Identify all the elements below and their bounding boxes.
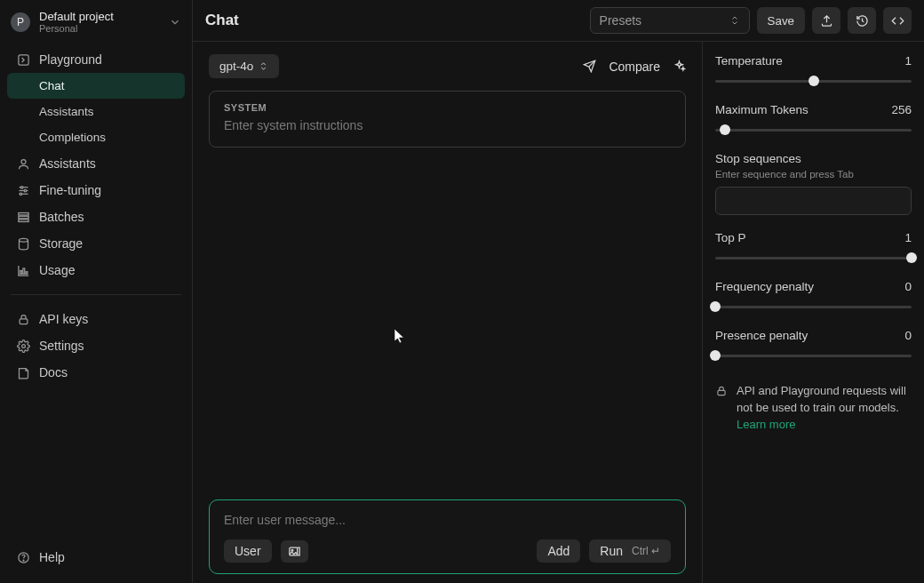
playground-icon <box>16 53 30 67</box>
svg-rect-15 <box>20 319 28 324</box>
role-label: User <box>235 544 261 558</box>
setting-frequency-penalty: Frequency penalty0 <box>715 280 912 313</box>
model-name: gpt-4o <box>219 60 253 73</box>
sidebar-item-settings[interactable]: Settings <box>7 332 185 359</box>
stop-hint: Enter sequence and press Tab <box>715 169 912 180</box>
svg-point-18 <box>23 560 24 561</box>
compare-link[interactable]: Compare <box>609 60 660 74</box>
setting-value: 0 <box>904 329 912 342</box>
run-label: Run <box>600 544 623 558</box>
setting-max-tokens: Maximum Tokens256 <box>715 103 912 136</box>
setting-label: Temperature <box>715 54 783 68</box>
attachment-button[interactable] <box>281 540 308 563</box>
lock-icon <box>16 313 30 326</box>
learn-more-link[interactable]: Learn more <box>737 418 795 431</box>
sparkle-icon[interactable] <box>673 60 686 73</box>
sidebar-label: Usage <box>39 263 75 277</box>
presets-select[interactable]: Presets <box>590 7 750 34</box>
sidebar-label: Chat <box>39 79 65 92</box>
sidebar-item-storage[interactable]: Storage <box>7 230 185 257</box>
chevron-down-icon <box>169 16 181 28</box>
project-switcher[interactable]: P Default project Personal <box>0 5 192 43</box>
history-button[interactable] <box>848 7 876 34</box>
setting-label: Stop sequences <box>715 152 801 165</box>
sidebar-label: Assistants <box>39 156 96 171</box>
save-button[interactable]: Save <box>757 7 805 34</box>
role-selector[interactable]: User <box>224 539 272 563</box>
setting-label: Frequency penalty <box>715 280 814 293</box>
sidebar-label: Playground <box>39 52 102 67</box>
sidebar-label: Assistants <box>39 105 94 118</box>
settings-panel: Temperature1 Maximum Tokens256 Stop sequ… <box>702 42 924 583</box>
sidebar-label: Docs <box>39 365 68 379</box>
top-p-slider[interactable] <box>715 252 912 264</box>
stop-sequences-input[interactable] <box>715 187 912 215</box>
code-button[interactable] <box>883 7 912 34</box>
setting-stop-sequences: Stop sequences Enter sequence and press … <box>715 152 912 215</box>
chat-area: gpt-4o Compare SYSTEM Enter system instr… <box>193 42 702 583</box>
sidebar-item-chat[interactable]: Chat <box>7 73 185 99</box>
setting-value: 1 <box>904 54 912 68</box>
run-shortcut: Ctrl ↵ <box>632 545 660 557</box>
setting-temperature: Temperature1 <box>715 54 912 87</box>
frequency-penalty-slider[interactable] <box>715 300 912 313</box>
svg-rect-21 <box>718 390 725 395</box>
sidebar-item-assistants-sub[interactable]: Assistants <box>7 99 185 124</box>
sidebar-item-assistants[interactable]: Assistants <box>7 150 185 177</box>
svg-rect-12 <box>20 270 21 274</box>
storage-icon <box>16 237 30 251</box>
sidebar-item-batches[interactable]: Batches <box>7 204 185 230</box>
svg-rect-9 <box>18 216 28 219</box>
svg-point-1 <box>21 159 26 164</box>
sidebar-item-api-keys[interactable]: API keys <box>7 306 185 332</box>
setting-value: 1 <box>904 231 912 244</box>
project-subtitle: Personal <box>39 23 114 34</box>
gear-icon <box>16 339 30 353</box>
run-button[interactable]: Run Ctrl ↵ <box>589 539 671 563</box>
add-label: Add <box>547 544 570 558</box>
sidebar-item-completions[interactable]: Completions <box>7 124 185 150</box>
help-icon <box>16 551 30 564</box>
max-tokens-slider[interactable] <box>715 124 912 136</box>
sidebar-item-docs[interactable]: Docs <box>7 359 185 386</box>
add-button[interactable]: Add <box>537 539 580 563</box>
composer-placeholder: Enter user message... <box>224 513 671 527</box>
svg-point-5 <box>20 186 23 188</box>
presets-placeholder: Presets <box>600 13 641 28</box>
setting-top-p: Top P1 <box>715 231 912 264</box>
topbar: Chat Presets Save <box>193 0 924 41</box>
setting-value: 256 <box>891 103 912 116</box>
svg-rect-13 <box>22 268 24 274</box>
sidebar-item-usage[interactable]: Usage <box>7 257 185 284</box>
svg-point-11 <box>19 238 28 242</box>
attachment-icon <box>288 545 301 558</box>
setting-label: Presence penalty <box>715 329 808 342</box>
svg-point-7 <box>20 193 22 196</box>
page-title: Chat <box>205 12 239 29</box>
model-selector[interactable]: gpt-4o <box>209 54 279 78</box>
divider <box>11 294 181 295</box>
training-notice: API and Playground requests will not be … <box>715 383 912 434</box>
mouse-cursor-icon <box>394 328 406 344</box>
svg-point-20 <box>291 549 293 551</box>
select-chevron-icon <box>729 15 740 26</box>
assistants-icon <box>16 157 30 171</box>
fine-tuning-icon <box>16 184 30 197</box>
sidebar-label: API keys <box>39 312 88 326</box>
sidebar-item-fine-tuning[interactable]: Fine-tuning <box>7 177 185 204</box>
history-icon <box>856 14 869 28</box>
presence-penalty-slider[interactable] <box>715 349 912 362</box>
sidebar: P Default project Personal Playground Ch… <box>0 0 192 583</box>
upload-button[interactable] <box>812 7 840 34</box>
system-instructions-box[interactable]: SYSTEM Enter system instructions <box>209 91 686 148</box>
paper-plane-icon[interactable] <box>583 60 596 73</box>
sidebar-label: Completions <box>39 131 106 144</box>
sidebar-item-playground[interactable]: Playground <box>7 46 185 73</box>
sidebar-item-help[interactable]: Help <box>7 544 185 571</box>
svg-point-6 <box>24 189 27 192</box>
temperature-slider[interactable] <box>715 75 912 87</box>
sidebar-label: Settings <box>39 339 84 353</box>
system-placeholder: Enter system instructions <box>224 118 671 132</box>
sidebar-label: Fine-tuning <box>39 183 101 197</box>
message-composer[interactable]: Enter user message... User Add Run Ctrl … <box>209 499 686 574</box>
